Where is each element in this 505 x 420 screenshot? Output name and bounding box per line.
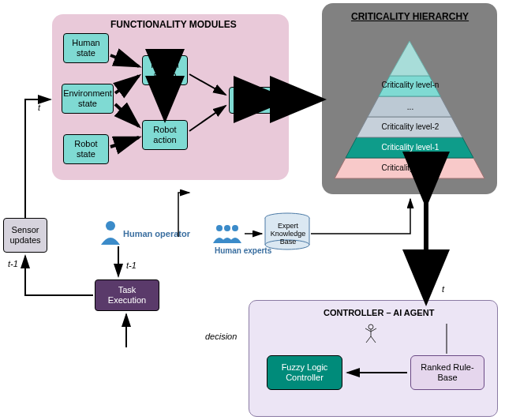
level-dots-label: ... — [379, 103, 442, 111]
sensor-updates-box: Sensor updates — [3, 218, 47, 253]
human-experts-label: Human experts — [215, 246, 271, 255]
task-execution-box: Task Execution — [95, 279, 159, 311]
robot-state-box: Robot state — [63, 134, 109, 164]
t-label-hierarchy: t — [442, 284, 444, 294]
ranked-rulebase-label: Ranked Rule-Base — [414, 362, 481, 383]
tm1-label-sensor: t-1 — [8, 259, 18, 268]
task-execution-label: Task Execution — [99, 285, 155, 306]
context-label: Context — [238, 95, 267, 105]
functionality-modules-title: FUNCTIONALITY MODULES — [110, 19, 237, 30]
level-0-label: Criticality level-0 — [363, 163, 458, 172]
level-1-label: Criticality level-1 — [367, 143, 454, 152]
environment-state-box: Environment state — [62, 84, 114, 114]
tm1-label-operator: t-1 — [126, 261, 137, 270]
human-operator-label: Human operator — [123, 229, 190, 238]
svg-point-15 — [232, 225, 238, 231]
environment-state-label: Environment state — [63, 88, 112, 109]
ekb-label: Expert Knowledge Base — [267, 223, 309, 246]
controller-title: CONTROLLER – AI AGENT — [324, 308, 434, 317]
t-label-task: t — [125, 316, 127, 325]
robot-state-label: Robot state — [67, 139, 105, 159]
ranked-rulebase-box: Ranked Rule-Base — [410, 355, 484, 390]
human-state-box: Human state — [63, 33, 109, 63]
sensor-updates-label: Sensor updates — [7, 225, 43, 246]
human-state-label: Human state — [67, 38, 105, 58]
level-n-label: Criticality level-n — [379, 81, 442, 89]
robot-action-box: Robot action — [142, 120, 188, 150]
human-action-box: Human action — [142, 55, 188, 85]
svg-point-12 — [106, 221, 115, 231]
human-action-label: Human action — [146, 60, 184, 81]
level-2-label: Criticality level-2 — [371, 122, 450, 131]
fuzzy-logic-label: Fuzzy Logic Controller — [271, 362, 339, 383]
decision-label: decision — [205, 332, 237, 341]
criticality-hierarchy-title: CRITICALITY HIERARCHY — [351, 11, 469, 22]
svg-point-14 — [224, 225, 230, 231]
context-box: Context — [229, 87, 276, 114]
fuzzy-logic-box: Fuzzy Logic Controller — [267, 355, 342, 390]
t-label-left: t — [38, 103, 40, 112]
svg-point-13 — [216, 225, 223, 231]
robot-action-label: Robot action — [146, 125, 184, 145]
